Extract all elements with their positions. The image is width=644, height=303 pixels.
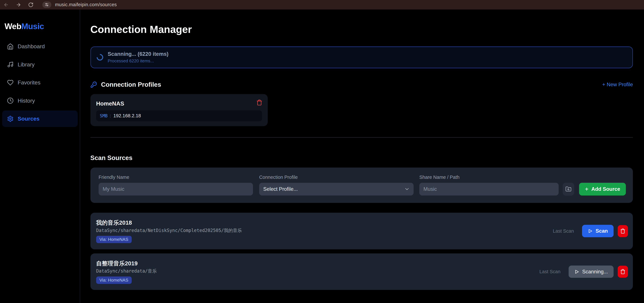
- scan-button[interactable]: Scan: [582, 225, 614, 237]
- source-name: 我的音乐2018: [96, 219, 242, 226]
- source-path: DataSync/sharedata/音乐: [96, 268, 157, 274]
- browser-toolbar: music.maifeipin.com/sources: [0, 0, 644, 10]
- address-bar[interactable]: music.maifeipin.com/sources: [55, 2, 116, 7]
- protocol-badge: SMB: [100, 113, 108, 118]
- scan-progress-text: Processed 6220 items...: [108, 58, 168, 64]
- add-source-label: Add Source: [591, 186, 620, 192]
- music-icon: [7, 61, 14, 68]
- gear-icon: [7, 116, 14, 122]
- profile-name: HomeNAS: [96, 100, 262, 107]
- heart-icon: [7, 79, 14, 86]
- app-window: music.maifeipin.com/sources WebMusic Das…: [0, 0, 644, 303]
- source-row: 自整理音乐2019 DataSync/sharedata/音乐 Via: Hom…: [90, 253, 633, 290]
- sidebar: WebMusic Dashboard Library Favorites His…: [0, 10, 80, 303]
- forward-icon[interactable]: [16, 2, 21, 8]
- select-value: Select Profile...: [263, 186, 298, 192]
- page-title: Connection Manager: [90, 23, 633, 36]
- connection-profile-label: Connection Profile: [259, 175, 414, 180]
- scan-status-text: Scanning... (6220 items): [108, 51, 168, 57]
- delete-profile-button[interactable]: [256, 100, 262, 106]
- profile-address: 192.168.2.18: [113, 113, 141, 118]
- profile-card: HomeNAS SMB : 192.168.2.18: [90, 94, 268, 126]
- delete-source-button[interactable]: [618, 225, 628, 237]
- share-path-input[interactable]: [419, 183, 558, 195]
- profile-connection-row: SMB : 192.168.2.18: [96, 110, 262, 121]
- last-scan-label: Last Scan: [540, 269, 560, 274]
- friendly-name-label: Friendly Name: [98, 175, 253, 180]
- logo-music: Music: [21, 22, 44, 31]
- last-scan-label: Last Scan: [553, 228, 574, 234]
- friendly-name-input[interactable]: [98, 183, 253, 195]
- scan-progress-banner: Scanning... (6220 items) Processed 6220 …: [90, 47, 633, 68]
- app-logo: WebMusic: [0, 22, 80, 31]
- browse-folders-button[interactable]: [563, 183, 574, 195]
- share-path-label: Share Name / Path: [419, 175, 558, 180]
- play-icon: [588, 228, 593, 233]
- section-divider: [90, 137, 633, 138]
- folder-search-icon: [565, 186, 572, 192]
- play-icon: [574, 269, 579, 274]
- connection-profile-select[interactable]: Select Profile...: [259, 183, 414, 195]
- delete-source-button[interactable]: [618, 266, 628, 278]
- trash-icon: [620, 269, 626, 274]
- scan-button-label: Scan: [596, 228, 608, 234]
- via-profile-badge: Via: HomeNAS: [96, 276, 132, 284]
- trash-icon: [256, 100, 262, 106]
- sidebar-item-label: Library: [18, 61, 35, 68]
- back-icon[interactable]: [3, 2, 9, 8]
- scan-button-label: Scanning...: [582, 269, 608, 275]
- sidebar-nav: Dashboard Library Favorites History Sour…: [0, 38, 80, 127]
- sidebar-item-library[interactable]: Library: [2, 56, 78, 73]
- connection-profiles-header: Connection Profiles + New Profile: [90, 81, 633, 89]
- sidebar-item-favorites[interactable]: Favorites: [2, 75, 78, 91]
- tune-icon: [44, 3, 49, 7]
- scan-sources-title: Scan Sources: [90, 154, 633, 162]
- key-icon: [90, 81, 97, 88]
- trash-icon: [620, 228, 626, 234]
- sidebar-item-dashboard[interactable]: Dashboard: [2, 38, 78, 55]
- home-icon: [7, 43, 14, 50]
- via-profile-badge: Via: HomeNAS: [96, 236, 132, 243]
- source-row: 我的音乐2018 DataSync/sharedata/NetDiskSync/…: [90, 213, 633, 249]
- reload-icon[interactable]: [28, 2, 34, 8]
- main-content: Connection Manager Scanning... (6220 ite…: [80, 10, 644, 303]
- plus-icon: +: [585, 186, 588, 192]
- sidebar-item-label: Dashboard: [18, 43, 45, 50]
- sidebar-item-label: History: [18, 98, 35, 104]
- sidebar-item-sources[interactable]: Sources: [2, 110, 78, 127]
- clock-icon: [7, 97, 14, 104]
- sidebar-item-label: Favorites: [18, 79, 40, 86]
- sidebar-item-label: Sources: [18, 116, 40, 122]
- scanning-button[interactable]: Scanning...: [568, 265, 614, 278]
- add-source-form: Friendly Name Connection Profile Select …: [90, 168, 633, 203]
- protocol-separator: :: [110, 113, 111, 118]
- spinner-icon: [95, 53, 104, 62]
- source-path: DataSync/sharedata/NetDiskSync/Completed…: [96, 228, 242, 233]
- add-source-button[interactable]: + Add Source: [579, 183, 626, 195]
- site-info-button[interactable]: [42, 2, 51, 8]
- chevron-down-icon: [404, 186, 410, 192]
- section-title: Connection Profiles: [101, 81, 161, 88]
- logo-web: Web: [4, 22, 22, 31]
- new-profile-link[interactable]: + New Profile: [602, 82, 633, 88]
- source-name: 自整理音乐2019: [96, 260, 157, 267]
- sidebar-item-history[interactable]: History: [2, 92, 78, 109]
